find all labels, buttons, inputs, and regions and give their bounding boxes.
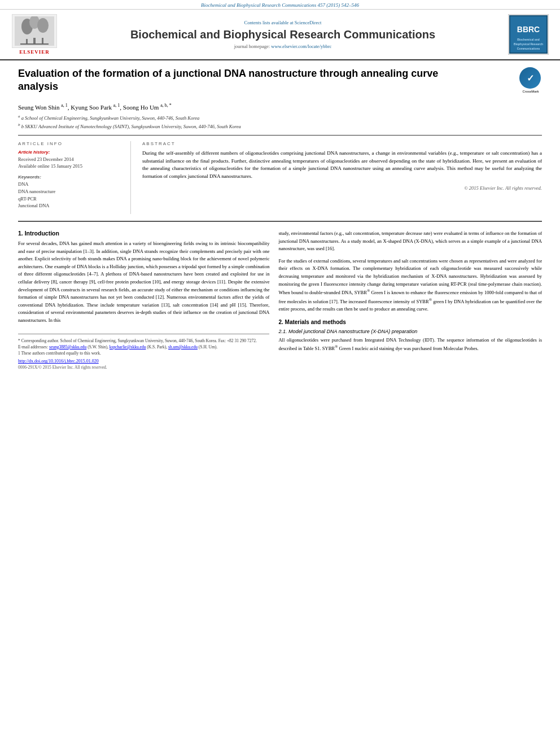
section2-paragraph: All oligonucleotides were purchased from… <box>278 337 542 353</box>
keyword-junctional-dna: Junctional DNA <box>18 202 123 209</box>
section1-heading: 1. Introduction <box>18 230 269 237</box>
crossmark-icon: ✓ <box>519 67 541 89</box>
article-title-block: Evaluation of the formation of a junctio… <box>18 67 542 97</box>
article-info-abstract-section: ARTICLE INFO Article history: Received 2… <box>18 135 542 215</box>
svg-text:BBRC: BBRC <box>517 25 540 34</box>
elsevier-tree-icon <box>15 16 54 46</box>
main-content: 1. Introduction For several decades, DNA… <box>18 221 542 370</box>
email-footnote: E-mail addresses: seung3885@skku.edu (S.… <box>18 344 269 350</box>
article-history: Article history: Received 23 December 20… <box>18 150 123 171</box>
bbrc-journal-cover: BBRC Biochemical and Biophysical Researc… <box>509 15 548 54</box>
journal-homepage-link[interactable]: www.elsevier.com/locate/ybbrc <box>271 43 331 49</box>
svg-rect-6 <box>42 38 43 44</box>
svg-text:Communications: Communications <box>517 47 540 50</box>
email-link-um[interactable]: sh.um@skku.edu <box>168 344 198 350</box>
left-column: 1. Introduction For several decades, DNA… <box>18 230 269 370</box>
section1-paragraph-right: study, environmental factors (e.g., salt… <box>278 230 542 253</box>
doi-link[interactable]: http://dx.doi.org/10.1016/j.bbrc.2015.01… <box>18 359 269 364</box>
svg-point-3 <box>37 18 49 33</box>
footnote-section: * Corresponding author. School of Chemic… <box>18 334 269 370</box>
svg-rect-7 <box>20 43 49 45</box>
email-link-shin[interactable]: seung3885@skku.edu <box>49 344 86 350</box>
equal-contribution-footnote: 1 These authors contributed equally to t… <box>18 350 269 356</box>
svg-text:Biophysical Research: Biophysical Research <box>514 42 543 46</box>
crossmark-label: CrossMark <box>519 90 542 93</box>
received-date: Received 23 December 2014 <box>18 156 123 163</box>
keywords-label: Keywords: <box>18 174 123 180</box>
bbrc-logo-image: BBRC Biochemical and Biophysical Researc… <box>508 14 549 55</box>
elsevier-logo-block: ELSEVIER <box>9 14 60 55</box>
abstract-label: ABSTRACT <box>142 141 542 146</box>
section1-paragraph-right-2: For the studies of external conditions, … <box>278 257 542 313</box>
sciencedirect-link: Contents lists available at ScienceDirec… <box>65 20 500 25</box>
journal-title: Biochemical and Biophysical Research Com… <box>65 28 500 41</box>
article-info-column: ARTICLE INFO Article history: Received 2… <box>18 141 131 215</box>
issn-line: 0006-291X/© 2015 Elsevier Inc. All right… <box>18 365 269 370</box>
history-label: Article history: <box>18 150 123 155</box>
affiliations-block: a a School of Chemical Engineering, Sung… <box>18 113 542 130</box>
elsevier-text: ELSEVIER <box>19 49 50 55</box>
keywords-block: Keywords: DNA DNA nanostructure qRT-PCR … <box>18 174 123 209</box>
abstract-column: ABSTRACT During the self-assembly of dif… <box>142 141 542 215</box>
right-column: study, environmental factors (e.g., salt… <box>278 230 542 370</box>
article-title: Evaluation of the formation of a junctio… <box>18 67 463 94</box>
section1-paragraph-left: For several decades, DNA has gained much… <box>18 240 269 325</box>
section2-subheading: 2.1. Model junctional DNA nanostructure … <box>278 329 542 334</box>
crossmark-logo: ✓ CrossMark <box>519 67 542 90</box>
authors-line: Seung Won Shin a, 1, Kyung Soo Park a, 1… <box>18 103 542 111</box>
journal-homepage: journal homepage: www.elsevier.com/locat… <box>65 43 500 49</box>
available-date: Available online 15 January 2015 <box>18 163 123 170</box>
journal-title-block: Contents lists available at ScienceDirec… <box>60 20 506 49</box>
journal-header: ELSEVIER Contents lists available at Sci… <box>0 10 560 60</box>
bbrc-logo-block: BBRC Biochemical and Biophysical Researc… <box>506 14 551 55</box>
section2-heading: 2. Materials and methods <box>278 319 542 325</box>
journal-citation-banner: Biochemical and Biophysical Research Com… <box>0 0 560 10</box>
keyword-qrtpcr: qRT-PCR <box>18 195 123 203</box>
elsevier-logo-image <box>12 14 57 48</box>
keyword-dna-nanostructure: DNA nanostructure <box>18 188 123 195</box>
svg-text:Biochemical and: Biochemical and <box>517 38 540 41</box>
article-container: Evaluation of the formation of a junctio… <box>0 60 560 379</box>
article-info-label: ARTICLE INFO <box>18 141 123 146</box>
copyright-line: © 2015 Elsevier Inc. All rights reserved… <box>142 185 542 191</box>
abstract-text: During the self-assembly of different nu… <box>142 150 542 181</box>
email-link-park[interactable]: kspcharlie@skku.edu <box>110 344 146 350</box>
keyword-dna: DNA <box>18 181 123 188</box>
corresponding-author-footnote: * Corresponding author. School of Chemic… <box>18 338 269 344</box>
